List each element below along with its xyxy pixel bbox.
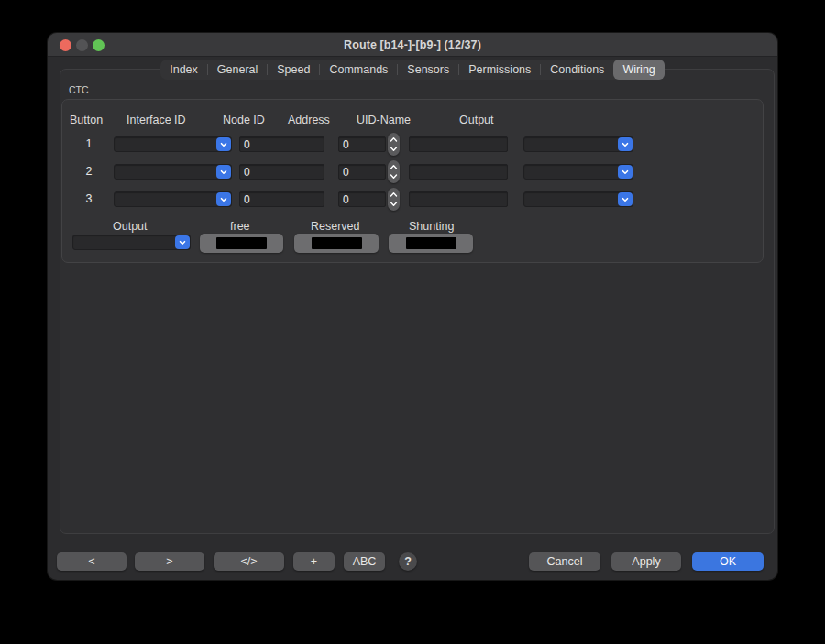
- tab-bar: Index General Speed Commands Sensors Per…: [48, 59, 777, 80]
- stepper-up-icon: [390, 164, 398, 170]
- chevron-down-icon: [216, 165, 231, 179]
- uid-name-field[interactable]: [409, 136, 508, 152]
- reserved-color-well[interactable]: [294, 234, 379, 253]
- tab-permissions[interactable]: Permissions: [459, 60, 540, 80]
- chevron-down-icon: [618, 165, 632, 179]
- chevron-down-icon: [618, 137, 632, 151]
- stepper-up-icon: [390, 191, 398, 198]
- cancel-button[interactable]: Cancel: [529, 552, 600, 571]
- chevron-down-icon: [216, 137, 231, 151]
- row-number: 2: [75, 165, 103, 178]
- row-number: 3: [75, 192, 103, 205]
- output-dropdown[interactable]: [523, 164, 633, 180]
- tab-conditions[interactable]: Conditions: [541, 60, 613, 80]
- stepper-down-icon: [390, 173, 398, 180]
- col-header-interface: Interface ID: [126, 114, 186, 126]
- abc-button[interactable]: ABC: [344, 552, 385, 571]
- aspect-output-label: Output: [113, 220, 148, 233]
- prev-button[interactable]: <: [57, 552, 126, 571]
- aspect-shunting-label: Shunting: [409, 220, 454, 233]
- route-dialog-window: Route [b14-]-[b9-] (12/37) Index General…: [48, 33, 777, 580]
- interface-id-dropdown[interactable]: [114, 164, 232, 180]
- code-button[interactable]: </>: [214, 552, 284, 571]
- stepper-down-icon: [390, 201, 398, 207]
- minimize-button: [76, 39, 88, 51]
- tab-sensors[interactable]: Sensors: [398, 60, 458, 80]
- tab-index[interactable]: Index: [160, 60, 207, 80]
- col-header-node: Node ID: [223, 114, 265, 126]
- address-stepper[interactable]: [388, 188, 400, 211]
- add-button[interactable]: +: [293, 552, 335, 571]
- stepper-down-icon: [390, 146, 398, 152]
- interface-id-dropdown[interactable]: [114, 191, 232, 207]
- address-field[interactable]: [338, 136, 386, 152]
- help-button[interactable]: ?: [399, 552, 417, 571]
- aspect-output-dropdown[interactable]: [72, 235, 191, 250]
- free-color-well[interactable]: [200, 234, 283, 253]
- next-button[interactable]: >: [135, 552, 204, 571]
- chevron-down-icon: [618, 192, 632, 206]
- col-header-button: Button: [70, 114, 103, 126]
- address-field[interactable]: [338, 164, 386, 180]
- node-id-field[interactable]: [239, 136, 324, 152]
- zoom-button[interactable]: [93, 39, 104, 51]
- chevron-down-icon: [175, 235, 190, 249]
- traffic-lights: [60, 33, 104, 57]
- col-header-address: Address: [288, 114, 330, 126]
- tab-wiring[interactable]: Wiring: [613, 60, 664, 80]
- chevron-down-icon: [216, 192, 231, 206]
- address-stepper[interactable]: [388, 133, 400, 156]
- output-dropdown[interactable]: [523, 136, 633, 152]
- ctc-group-box: Button Interface ID Node ID Address UID-…: [61, 99, 764, 263]
- ok-button[interactable]: OK: [692, 552, 764, 571]
- titlebar[interactable]: Route [b14-]-[b9-] (12/37): [48, 33, 777, 57]
- ctc-group-label: CTC: [69, 84, 89, 95]
- col-header-output: Output: [459, 114, 494, 126]
- tab-general[interactable]: General: [208, 60, 267, 80]
- uid-name-field[interactable]: [409, 164, 508, 180]
- node-id-field[interactable]: [239, 164, 324, 180]
- stepper-up-icon: [390, 136, 398, 143]
- address-field[interactable]: [338, 191, 386, 207]
- output-dropdown[interactable]: [523, 191, 633, 207]
- aspect-reserved-label: Reserved: [311, 220, 360, 233]
- tab-commands[interactable]: Commands: [320, 60, 397, 80]
- tab-speed[interactable]: Speed: [268, 60, 319, 80]
- desktop-background: Route [b14-]-[b9-] (12/37) Index General…: [0, 0, 825, 644]
- row-number: 1: [75, 137, 103, 150]
- apply-button[interactable]: Apply: [611, 552, 681, 571]
- shunting-color-well[interactable]: [389, 234, 473, 253]
- uid-name-field[interactable]: [409, 191, 508, 207]
- col-header-uid: UID-Name: [357, 114, 411, 126]
- color-swatch: [216, 237, 267, 249]
- color-swatch: [406, 237, 456, 249]
- interface-id-dropdown[interactable]: [114, 136, 232, 152]
- address-stepper[interactable]: [388, 160, 400, 183]
- window-title: Route [b14-]-[b9-] (12/37): [344, 38, 481, 51]
- tab-strip: Index General Speed Commands Sensors Per…: [160, 60, 665, 80]
- close-button[interactable]: [60, 39, 72, 51]
- color-swatch: [312, 237, 362, 249]
- node-id-field[interactable]: [239, 191, 324, 207]
- aspect-free-label: free: [230, 220, 250, 233]
